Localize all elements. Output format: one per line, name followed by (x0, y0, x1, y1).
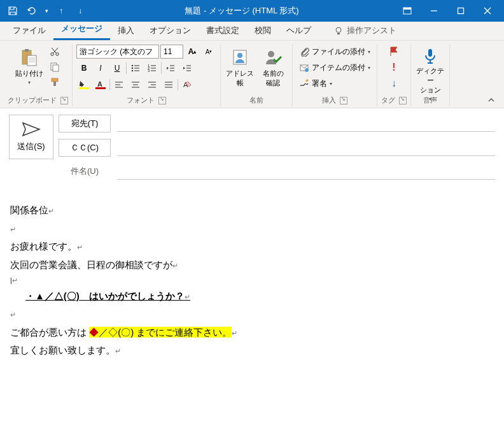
align-center-button[interactable] (128, 78, 143, 92)
return-mark: ↵ (185, 293, 190, 301)
group-font: A▴ A▾ B I U 123 (73, 45, 221, 106)
attach-item-button[interactable]: アイテムの添付▾ (297, 61, 373, 75)
close-button[interactable] (475, 2, 500, 20)
cc-field[interactable] (117, 139, 495, 156)
tags-launcher[interactable] (399, 97, 407, 104)
numbering-button[interactable]: 123 (144, 61, 160, 75)
body-line: 宜しくお願い致します。 (10, 345, 115, 355)
tell-me-search[interactable]: 操作アシスト (326, 21, 404, 40)
return-mark: ↵ (172, 262, 178, 269)
justify-icon (164, 80, 174, 90)
to-field[interactable] (117, 115, 495, 132)
font-color-button[interactable]: A (93, 78, 108, 92)
check-names-button[interactable]: 名前の 確認 (258, 45, 288, 89)
tab-format[interactable]: 書式設定 (199, 21, 247, 40)
return-mark: ↵ (48, 207, 54, 215)
save-button[interactable] (4, 2, 22, 20)
svg-point-52 (237, 53, 242, 58)
maximize-button[interactable] (448, 2, 473, 20)
message-body[interactable]: 関係各位↵ ↵ お疲れ様です。↵ 次回の営業会議、日程の御相談ですが↵ |↵ ・… (9, 194, 495, 367)
copy-icon (50, 62, 60, 72)
flag-icon (388, 46, 400, 57)
return-mark: ↵ (10, 311, 16, 318)
highlight-button[interactable] (76, 78, 92, 92)
body-highlight: ／◇(〇) までにご連絡下さい。 (99, 327, 232, 338)
svg-text:3: 3 (148, 69, 150, 73)
grow-font-button[interactable]: A▴ (185, 45, 200, 59)
to-button[interactable]: 宛先(T) (59, 115, 111, 132)
font-launcher[interactable] (158, 97, 166, 104)
cc-button[interactable]: ＣＣ(C) (59, 139, 111, 157)
nav-down-button[interactable]: ↓ (71, 2, 89, 20)
qat-dropdown[interactable]: ▾ (42, 2, 51, 20)
minimize-button[interactable] (421, 2, 447, 20)
body-line: 次回の営業会議、日程の御相談ですが (10, 259, 172, 270)
align-right-button[interactable] (144, 78, 160, 92)
highlight-icon (78, 80, 90, 90)
underline-button[interactable]: U (109, 61, 125, 75)
shrink-font-button[interactable]: A▾ (201, 45, 216, 59)
ribbon-display-icon (403, 6, 412, 15)
body-line: ・▲／△(〇) はいかがでしょうか？ (25, 290, 185, 301)
subject-field[interactable] (117, 163, 495, 180)
paste-icon (20, 48, 39, 67)
clear-format-button[interactable]: A (179, 78, 195, 92)
tab-message[interactable]: メッセージ (53, 19, 110, 40)
svg-rect-56 (428, 49, 432, 57)
tab-options[interactable]: オプション (142, 21, 199, 40)
bold-button[interactable]: B (76, 61, 92, 75)
send-button[interactable]: 送信(S) (9, 115, 53, 159)
copy-button[interactable] (47, 60, 62, 74)
svg-rect-14 (53, 65, 59, 71)
format-painter-button[interactable] (47, 75, 62, 89)
return-mark: ↵ (232, 329, 237, 337)
tab-review[interactable]: 校閲 (247, 21, 279, 40)
address-book-button[interactable]: アドレス帳 (225, 45, 255, 89)
italic-button[interactable]: I (93, 61, 108, 75)
nav-up-button[interactable]: ↑ (52, 2, 70, 20)
low-importance-button[interactable]: ↓ (384, 76, 403, 90)
include-launcher[interactable] (340, 97, 347, 104)
font-name-combo[interactable] (76, 45, 159, 59)
chevron-down-icon: ▾ (28, 80, 31, 85)
svg-rect-3 (458, 8, 464, 14)
check-names-icon (263, 48, 283, 67)
dictate-button[interactable]: ディクテー ション ▾ (415, 45, 445, 89)
ribbon-options-button[interactable] (395, 2, 420, 20)
group-tags: ! ↓ タグ (377, 45, 411, 106)
undo-button[interactable] (23, 2, 41, 20)
attach-file-button[interactable]: ファイルの添付▾ (297, 45, 373, 59)
svg-point-55 (305, 68, 309, 72)
font-size-combo[interactable] (160, 45, 183, 59)
justify-button[interactable] (161, 78, 176, 92)
tab-file[interactable]: ファイル (5, 21, 53, 40)
return-mark: ↵ (12, 276, 18, 284)
paperclip-icon (299, 46, 309, 57)
high-importance-button[interactable]: ! (384, 61, 403, 75)
paste-button[interactable]: 貼り付け ▾ (14, 45, 45, 89)
tab-help[interactable]: ヘルプ (279, 21, 319, 40)
svg-point-12 (55, 53, 58, 55)
subject-label: 件名(U) (59, 166, 111, 177)
close-icon (484, 7, 491, 15)
svg-rect-37 (95, 87, 106, 89)
svg-rect-16 (53, 82, 56, 86)
increase-indent-button[interactable] (179, 61, 195, 75)
body-line: お疲れ様です。 (10, 241, 77, 252)
follow-up-button[interactable] (384, 45, 403, 59)
align-left-button[interactable] (111, 78, 127, 92)
body-highlight-symbol: ◆ (89, 327, 99, 338)
cut-button[interactable] (47, 45, 62, 59)
signature-button[interactable]: 署名▾ (297, 76, 335, 90)
body-line: 関係各位 (10, 204, 48, 215)
align-center-icon (130, 80, 141, 90)
clipboard-launcher[interactable] (60, 97, 68, 104)
brush-icon (50, 77, 60, 87)
svg-rect-15 (52, 78, 58, 82)
tab-insert[interactable]: 挿入 (110, 21, 142, 40)
attach-item-icon (299, 62, 309, 73)
collapse-ribbon-button[interactable] (482, 45, 500, 106)
address-book-icon (230, 48, 249, 67)
decrease-indent-button[interactable] (163, 61, 178, 75)
bullets-button[interactable] (128, 61, 143, 75)
